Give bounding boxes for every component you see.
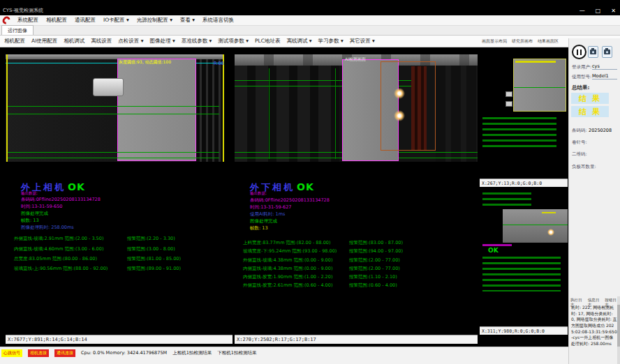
- toolbar-offline-debug[interactable]: 离线调试 ▾: [286, 38, 311, 45]
- thumb-camera-view-2: OK X:311;Y:980;R:0;G:0;B:0: [480, 188, 568, 335]
- view-layout-tab-3[interactable]: 结果画面区: [538, 38, 559, 45]
- cpu-memory-text: Cpu: 0.0% Memory: 3424.41796875M: [81, 349, 167, 356]
- thumb1-coordinates-bar: X:267;Y:13;R:0;G:0;B:0: [480, 179, 568, 187]
- left-measurement-row: 总宽度:83.05mm 范围:(80.00 - 86.00)报警范围:(81.0…: [14, 256, 181, 262]
- camera-capture-button[interactable]: [588, 46, 598, 58]
- tab-bar: 运行图像: [0, 26, 620, 36]
- toolbar-offline-settings[interactable]: 离线设置: [91, 38, 112, 45]
- result-box-lower: 结 果: [571, 106, 609, 117]
- r-value-label: R:88: [214, 61, 224, 66]
- login-user-value[interactable]: cys: [592, 63, 617, 70]
- thumb2-status-ok: OK: [488, 247, 499, 254]
- left-frame-count-text: 帧数: 13: [21, 218, 39, 224]
- left-time-text: 时间:13-31-59-650: [21, 204, 62, 210]
- menu-item-light-control-config[interactable]: 光源控制配置 ▾: [137, 17, 172, 24]
- threshold-overlay-text: 灰度阈值:93, 动态阈值:100: [119, 59, 171, 66]
- center-measurement-row: 上料宽度:83.77mm 范围:(82.00 - 88.00)报警范围:(83.…: [243, 240, 403, 246]
- toolbar-test-item-params[interactable]: 测试项参数 ▾: [218, 38, 249, 45]
- magenta-roi-box: [117, 59, 196, 161]
- result-box-upper: 结 果: [571, 93, 609, 104]
- left-camera-image[interactable]: 灰度阈值:93, 动态阈值:100 R:88: [6, 54, 224, 162]
- center-barcode-text: 条码码:0Ffline20250208133134728: [250, 197, 330, 204]
- yellow-mark: [542, 212, 556, 213]
- tab-run-image[interactable]: 运行图像: [1, 25, 34, 35]
- toolbar-spot-check-settings[interactable]: 点检设置 ▾: [118, 38, 143, 45]
- yellow-edge-line-right: [223, 54, 224, 162]
- toolbar-other-settings[interactable]: 其它设置 ▾: [350, 38, 375, 45]
- center-measurement-row: 内侧直线-玻璃:4.38mm 范围:(0.00 - 9.00)报警范围:(2.0…: [243, 266, 400, 272]
- menu-item-view[interactable]: 查看 ▾: [180, 17, 195, 24]
- green-line: [514, 87, 566, 88]
- center-camera-image[interactable]: AI检测画面: [235, 54, 478, 162]
- log-text: 耗时: 222, 网络检测耗时: 17, 网络分类耗时: 0, 网络提取分类耗时…: [571, 305, 617, 347]
- green-vertical-line-1: [269, 68, 270, 159]
- barcode-label: 条码码:: [572, 128, 587, 134]
- right-stripe-texture: [195, 59, 224, 162]
- right-dark-texture: [436, 66, 478, 162]
- left-status-ok: OK: [68, 181, 85, 192]
- app-window: CYS-视觉检测系统 — □ ✕ 系统配置 相机配置 通讯配置 IO卡配置 ▾ …: [0, 0, 620, 364]
- pause-button[interactable]: [572, 45, 586, 59]
- heartbeat-status-badge: 心跳信号: [1, 349, 22, 357]
- toolbar-camera-config[interactable]: 相机配置: [4, 38, 25, 45]
- left-process-done-text: 图像处理完成: [21, 211, 48, 217]
- upper-camera-result-link[interactable]: 上相机1拍检测结果: [172, 349, 212, 356]
- menu-item-language-switch[interactable]: 系统语言切换: [202, 17, 234, 24]
- menu-item-camera-config[interactable]: 相机配置: [46, 17, 67, 24]
- toolbar-baseline-params[interactable]: 基准线参数 ▾: [182, 38, 212, 45]
- weld-glow: [547, 229, 554, 236]
- center-measurement-row: 外侧直线-胶宽:2.61mm 范围:(0.60 - 4.00)报警范围:(0.6…: [243, 282, 397, 289]
- left-coordinates-bar: X:7677;Y:891;R:14;G:14;B:14: [6, 335, 232, 344]
- lower-camera-result-link[interactable]: 下相机1拍检测结果: [217, 349, 256, 356]
- center-measurement-row: 外侧直线-玻璃:4.38mm 范围:(0.00 - 9.00)报警范围:(2.0…: [243, 257, 400, 264]
- green-baseline-4: [6, 158, 219, 158]
- menu-bar: 系统配置 相机配置 通讯配置 IO卡配置 ▾ 光源控制配置 ▾ 查看 ▾ 系统语…: [0, 15, 620, 26]
- model-value[interactable]: Model1: [592, 73, 617, 79]
- center-output-label: 输出数据:: [250, 191, 267, 196]
- toolbar: 相机配置 AI使用配置 相机调试 离线设置 点检设置 ▾ 图像处理 ▾ 基准线参…: [0, 36, 620, 47]
- green-baseline-3: [6, 152, 219, 153]
- center-time-text: 时间:13-31-59-627: [250, 204, 291, 211]
- center-process-done-text: 图像处理完成: [250, 218, 277, 225]
- view-layout-tab-2[interactable]: 研究所画布: [512, 38, 533, 45]
- toolbar-image-processing[interactable]: 图像处理 ▾: [150, 38, 175, 45]
- thumb2-coordinates-bar: X:311;Y:980;R:0;G:0;B:0: [480, 326, 568, 335]
- center-measurement-row: 内侧直线-胶宽:1.90mm 范围:(1.00 - 2.20)报警范围:(1.1…: [243, 274, 397, 280]
- negative-tab-count-label: 负极耳数量:: [572, 164, 596, 170]
- window-title: CYS-视觉检测系统: [3, 7, 43, 14]
- connector-part: [93, 78, 124, 96]
- camera-icon: [590, 50, 596, 54]
- center-frame-count-text: 帧数: 13: [250, 225, 268, 232]
- micro-text-block: [482, 257, 561, 291]
- minimize-button[interactable]: —: [580, 8, 585, 14]
- orange-roi-box: [381, 61, 436, 151]
- view-layout-tab-1[interactable]: 画面显示布局: [482, 38, 507, 45]
- title-bar: CYS-视觉检测系统 — □ ✕: [0, 0, 620, 15]
- toolbar-learning-params[interactable]: 学习参数 ▾: [318, 38, 344, 45]
- magenta-micro-line: [482, 244, 512, 246]
- pause-icon: [577, 50, 579, 55]
- toolbar-plc-address-table[interactable]: PLC地址表: [255, 38, 280, 45]
- left-barcode-text: 条码码:0Ffline20250208133134728: [21, 197, 101, 203]
- weld-glow-1: [394, 88, 405, 99]
- close-button[interactable]: ✕: [611, 8, 616, 14]
- scrollbar-thumb[interactable]: [617, 305, 620, 347]
- menu-item-system-config[interactable]: 系统配置: [17, 17, 38, 24]
- thumb2-image[interactable]: [503, 209, 568, 243]
- toolbar-ai-use-config[interactable]: AI使用配置: [31, 38, 57, 45]
- comm-link-status-badge: 通讯连接: [54, 349, 75, 357]
- total-result-label: 总结果:: [572, 84, 590, 91]
- left-measurement-row: 外侧直线-玻璃:2.91mm 范围:(2.00 - 3.50)报警范围:(2.2…: [14, 236, 175, 242]
- menu-item-comm-config[interactable]: 通讯配置: [75, 17, 96, 24]
- left-output-label: 输出数据:: [21, 191, 38, 196]
- toolbar-camera-debug[interactable]: 相机调试: [64, 38, 84, 45]
- maximize-button[interactable]: □: [596, 8, 601, 14]
- menu-item-io-config[interactable]: IO卡配置 ▾: [103, 17, 129, 24]
- green-baseline-1: [6, 106, 219, 107]
- thumb1-image[interactable]: [513, 59, 566, 112]
- right-control-panel: 登录用户: cys 使用型号: Model1 总结果: 结 果 结 果 条码码:…: [568, 38, 620, 364]
- camera-save-button[interactable]: [602, 46, 612, 58]
- ai-area-label: AI检测画面: [345, 56, 366, 63]
- scrollbar: [617, 296, 620, 364]
- center-ai-time-text: 使用AI耗时: 1ms: [250, 211, 285, 218]
